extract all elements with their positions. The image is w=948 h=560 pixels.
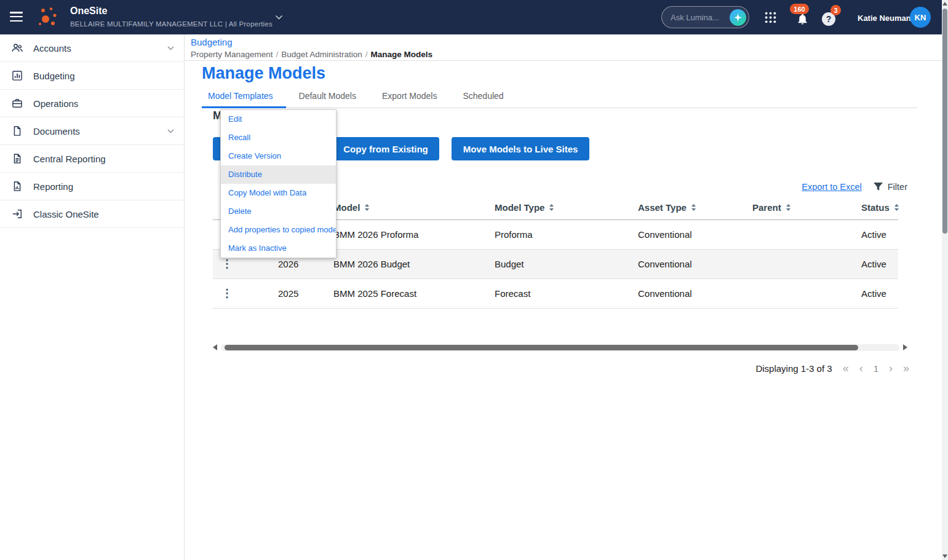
sidebar-item-classic-onesite[interactable]: Classic OneSite [0,200,184,228]
scroll-right-arrow-icon[interactable] [903,344,907,350]
sidebar-item-documents[interactable]: Documents [0,117,184,145]
menu-item-copy-model-with-data[interactable]: Copy Model with Data [221,184,336,202]
move-models-button[interactable]: Move Models to Live Sites [452,137,589,160]
copy-from-existing-button[interactable]: Copy from Existing [332,137,439,160]
next-page-icon[interactable]: › [889,363,893,374]
menu-item-delete[interactable]: Delete [221,202,336,221]
tab-default-models[interactable]: Default Models [286,91,369,108]
app-launcher-icon[interactable] [765,12,776,23]
row-actions-kebab-icon[interactable]: ⋮ [220,258,233,270]
cell-asset-type: Conventional [631,219,745,249]
cell-parent [745,249,854,278]
sidebar-item-label: Central Reporting [33,154,106,164]
row-actions-kebab-icon[interactable]: ⋮ [220,287,233,299]
filter-icon [873,182,883,192]
cell-status: Active [854,219,898,249]
sidebar-item-central-reporting[interactable]: Central Reporting [0,145,184,173]
tab-model-templates[interactable]: Model Templates [202,91,286,108]
filter-button[interactable]: Filter [873,182,907,192]
sort-icon [549,203,554,211]
hamburger-menu-icon[interactable] [10,12,23,23]
row-context-menu: Edit Recall Create Version Distribute Co… [220,109,337,258]
breadcrumb: Budgeting Property Management/Budget Adm… [185,34,942,61]
page-title: Manage Models [202,64,325,83]
sidebar-item-label: Accounts [33,43,71,53]
sidebar-item-label: Documents [33,126,80,136]
column-label: Parent [752,202,781,213]
filter-label: Filter [888,182,907,192]
first-page-icon[interactable]: « [843,363,849,374]
notifications-button[interactable]: 160 [790,2,818,32]
search-input[interactable] [671,7,727,28]
user-avatar[interactable]: KN [910,7,931,28]
header-asset-type[interactable]: Asset Type [631,195,745,219]
cell-model-type: Proforma [487,219,631,249]
exit-arrow-icon [11,208,23,220]
sidebar-item-reporting[interactable]: Reporting [0,173,184,200]
document-icon [11,125,23,137]
pagination-summary: Displaying 1-3 of 3 [755,363,832,374]
cell-parent [745,278,854,308]
column-label: Model Type [495,202,544,213]
header-status[interactable]: Status [854,195,898,219]
sidebar-item-label: Operations [33,98,78,109]
cell-model: BMM 2025 Forecast [326,278,487,308]
horizontal-scroll-track[interactable] [221,344,899,351]
sidebar-item-budgeting[interactable]: Budgeting [0,62,184,90]
menu-item-recall[interactable]: Recall [221,128,336,147]
scroll-down-arrow-icon[interactable] [942,554,947,558]
report-chart-icon [11,180,23,192]
ask-lumina-search[interactable] [661,6,749,28]
cell-model-type: Budget [487,249,631,278]
cell-asset-type: Conventional [631,278,745,308]
tab-label: Model Templates [208,91,273,101]
previous-page-icon[interactable]: ‹ [859,363,863,374]
breadcrumb-item[interactable]: Property Management [191,50,273,59]
export-to-excel-link[interactable]: Export to Excel [802,182,862,192]
menu-item-mark-inactive[interactable]: Mark as Inactive [221,239,336,258]
cell-model: BMM 2026 Budget [326,249,487,278]
horizontal-scroll-thumb[interactable] [225,345,858,350]
sidebar-item-label: Reporting [33,181,73,192]
breadcrumb-path: Property Management/Budget Administratio… [191,50,432,59]
last-page-icon[interactable]: » [903,363,909,374]
header-model[interactable]: Model [326,195,487,219]
tab-label: Scheduled [463,91,503,101]
menu-item-create-version[interactable]: Create Version [221,147,336,165]
sidebar-item-accounts[interactable]: Accounts [0,34,184,62]
vertical-scrollbar[interactable] [942,0,948,560]
sort-icon [786,203,791,211]
header-parent[interactable]: Parent [745,195,854,219]
sidebar-item-label: Budgeting [33,71,75,81]
briefcase-icon [11,97,23,109]
app-title: OneSite [70,6,107,17]
tab-export-models[interactable]: Export Models [369,91,450,108]
scroll-left-arrow-icon[interactable] [213,344,217,350]
current-page-number[interactable]: 1 [874,363,878,374]
sidebar: Accounts Budgeting Operations Documents … [0,34,185,560]
cell-model-type: Forecast [487,278,631,308]
org-label[interactable]: BELLAIRE MULTIFAMILY MANAGEMENT LLC | Al… [70,20,273,28]
sort-icon [691,203,696,211]
bar-chart-icon [11,69,23,82]
top-bar: OneSite BELLAIRE MULTIFAMILY MANAGEMENT … [0,0,948,34]
breadcrumb-separator: / [362,50,371,59]
menu-item-distribute[interactable]: Distribute [221,165,336,184]
vertical-scroll-thumb[interactable] [942,9,947,234]
header-model-type[interactable]: Model Type [487,195,631,219]
sidebar-item-label: Classic OneSite [33,209,99,219]
breadcrumb-item[interactable]: Budget Administration [281,50,362,59]
sidebar-item-operations[interactable]: Operations [0,90,184,117]
chevron-down-icon[interactable] [275,15,283,20]
tab-scheduled[interactable]: Scheduled [450,91,516,108]
menu-item-add-properties[interactable]: Add properties to copied model [221,221,336,239]
scroll-up-arrow-icon[interactable] [942,2,947,6]
breadcrumb-module-link[interactable]: Budgeting [191,37,233,47]
column-label: Asset Type [638,202,687,213]
menu-item-edit[interactable]: Edit [221,110,336,128]
column-label: Model [333,202,360,213]
table-row: ⋮ 2025 BMM 2025 Forecast Forecast Conven… [213,278,898,308]
help-button[interactable]: ? 3 [821,2,845,32]
cell-model: BMM 2026 Proforma [326,219,487,249]
lumina-sparkle-icon[interactable] [730,9,746,26]
